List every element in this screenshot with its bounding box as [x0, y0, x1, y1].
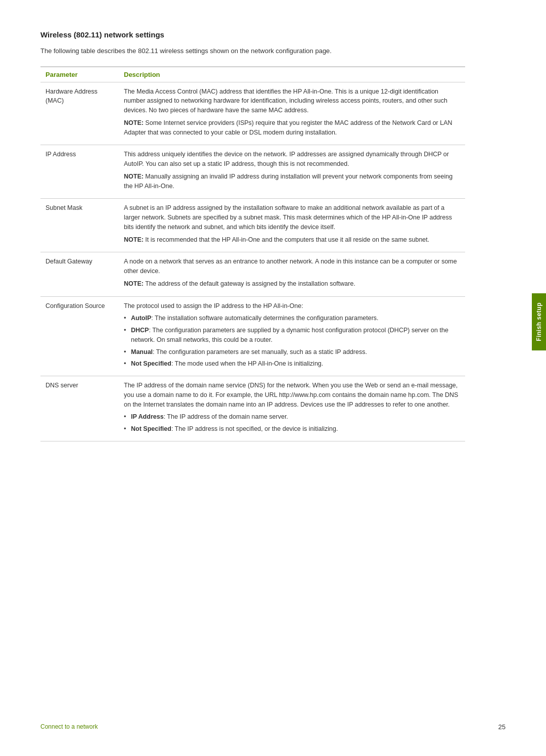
desc-note-2-1: NOTE: It is recommended that the HP All-…: [124, 235, 460, 245]
table-row: Configuration SourceThe protocol used to…: [40, 296, 465, 376]
table-row: DNS serverThe IP address of the domain n…: [40, 376, 465, 441]
finish-setup-label: Finish setup: [535, 302, 542, 341]
footer-link[interactable]: Connect to a network: [40, 723, 98, 731]
table-row: Hardware Address (MAC)The Media Access C…: [40, 82, 465, 145]
desc-text-5-0: The IP address of the domain name servic…: [124, 381, 460, 409]
bullet-item-5-1-0: IP Address: The IP address of the domain…: [124, 412, 460, 422]
desc-cell-2: A subnet is an IP address assigned by th…: [119, 199, 465, 252]
desc-note-0-1: NOTE: Some Internet service providers (I…: [124, 118, 460, 138]
desc-note-1-1: NOTE: Manually assigning an invalid IP a…: [124, 172, 460, 191]
intro-text: The following table describes the 802.11…: [40, 46, 465, 56]
desc-text-1-0: This address uniquely identifies the dev…: [124, 150, 460, 169]
settings-table: Parameter Description Hardware Address (…: [40, 66, 465, 441]
desc-text-3-0: A node on a network that serves as an en…: [124, 257, 460, 276]
bullet-item-4-1-2: Manual: The configuration parameters are…: [124, 347, 460, 357]
desc-text-2-0: A subnet is an IP address assigned by th…: [124, 203, 460, 232]
section-title: Wireless (802.11) network settings: [40, 30, 465, 39]
desc-cell-3: A node on a network that serves as an en…: [119, 252, 465, 296]
footer-page-number: 25: [498, 723, 506, 731]
bullet-item-4-1-3: Not Specified: The mode used when the HP…: [124, 359, 460, 369]
table-row: Subnet MaskA subnet is an IP address ass…: [40, 199, 465, 252]
desc-note-3-1: NOTE: The address of the default gateway…: [124, 279, 460, 289]
param-cell-2: Subnet Mask: [40, 199, 119, 252]
col-header-parameter: Parameter: [40, 67, 119, 82]
desc-cell-4: The protocol used to assign the IP addre…: [119, 296, 465, 376]
param-cell-1: IP Address: [40, 145, 119, 199]
table-row: IP AddressThis address uniquely identifi…: [40, 145, 465, 199]
desc-cell-5: The IP address of the domain name servic…: [119, 376, 465, 441]
param-cell-0: Hardware Address (MAC): [40, 82, 119, 145]
bullet-item-4-1-0: AutoIP: The installation software automa…: [124, 314, 460, 323]
finish-setup-tab: Finish setup: [532, 293, 546, 350]
bullet-item-4-1-1: DHCP: The configuration parameters are s…: [124, 326, 460, 345]
bullet-list-5-1: IP Address: The IP address of the domain…: [124, 412, 460, 434]
page-container: Wireless (802.11) network settings The f…: [0, 0, 506, 482]
footer: Connect to a network 25: [0, 723, 546, 731]
desc-cell-1: This address uniquely identifies the dev…: [119, 145, 465, 199]
param-cell-3: Default Gateway: [40, 252, 119, 296]
desc-cell-0: The Media Access Control (MAC) address t…: [119, 82, 465, 145]
col-header-description: Description: [119, 67, 465, 82]
param-cell-5: DNS server: [40, 376, 119, 441]
desc-text-4-0: The protocol used to assign the IP addre…: [124, 301, 460, 311]
bullet-item-5-1-1: Not Specified: The IP address is not spe…: [124, 424, 460, 434]
table-header-row: Parameter Description: [40, 67, 465, 82]
param-cell-4: Configuration Source: [40, 296, 119, 376]
bullet-list-4-1: AutoIP: The installation software automa…: [124, 314, 460, 369]
desc-text-0-0: The Media Access Control (MAC) address t…: [124, 87, 460, 115]
table-row: Default GatewayA node on a network that …: [40, 252, 465, 296]
